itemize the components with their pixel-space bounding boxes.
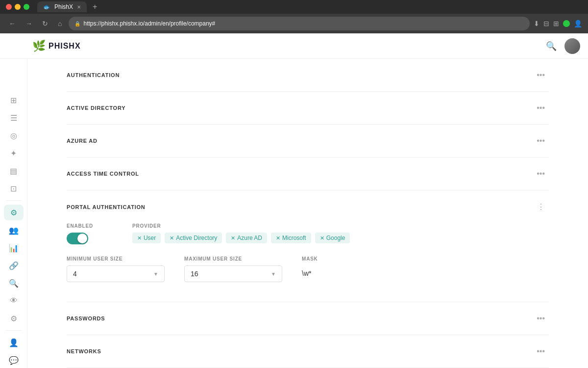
sidebar-item-people-settings[interactable]: ⚙: [4, 205, 24, 220]
form-row: MINIMUM USER SIZE 4 ▼ MAXIMUM USER SIZE …: [67, 256, 549, 282]
provider-tag-azure-ad[interactable]: ✕ Azure AD: [226, 233, 267, 243]
min-user-size-dropdown-arrow: ▼: [153, 271, 158, 277]
sidebar-item-eye[interactable]: 👁: [4, 293, 24, 309]
tab-favicon: 🐟: [43, 3, 50, 10]
min-user-size-field: MINIMUM USER SIZE 4 ▼: [67, 256, 165, 282]
user-avatar[interactable]: [564, 38, 580, 54]
remove-user-icon[interactable]: ✕: [137, 235, 142, 241]
provider-tags: ✕ User ✕ Active Directory ✕ Azure AD: [132, 233, 549, 243]
sidebar-item-dashboard[interactable]: ☰: [4, 110, 24, 126]
browser-titlebar: 🐟 PhishX ✕ +: [0, 0, 588, 14]
main-content: AUTHENTICATION ••• ACTIVE DIRECTORY ••• …: [27, 59, 588, 368]
mask-label: MASK: [302, 256, 318, 262]
forward-button[interactable]: →: [23, 18, 35, 29]
sidebar-item-search[interactable]: 🔍: [4, 275, 24, 291]
min-user-size-label: MINIMUM USER SIZE: [67, 256, 165, 262]
sidebar-item-people[interactable]: 👥: [4, 222, 24, 238]
sidebar-item-star[interactable]: ✦: [4, 145, 24, 161]
enabled-toggle[interactable]: [67, 233, 88, 244]
reload-button[interactable]: ↻: [39, 18, 51, 29]
networks-menu-button[interactable]: •••: [533, 345, 549, 358]
provider-tag-user[interactable]: ✕ User: [132, 233, 161, 243]
sidebar-item-user-add[interactable]: 👤: [4, 335, 24, 350]
provider-label: PROVIDER: [132, 223, 549, 229]
authentication-title: AUTHENTICATION: [67, 72, 120, 78]
networks-title: NETWORKS: [67, 348, 101, 354]
mask-field: MASK \w*: [302, 256, 318, 281]
azure-ad-menu-button[interactable]: •••: [533, 134, 549, 147]
provider-google-label: Google: [326, 235, 345, 241]
provider-azure-ad-label: Azure AD: [237, 235, 262, 241]
max-user-size-select[interactable]: 16 ▼: [184, 265, 282, 282]
provider-tag-microsoft[interactable]: ✕ Microsoft: [271, 233, 311, 243]
max-user-size-value: 16: [191, 270, 198, 278]
portal-authentication-menu-button[interactable]: ⋮: [533, 200, 549, 213]
tab-manager-icon[interactable]: ⊞: [553, 20, 559, 27]
browser-toolbar-icons: ⬇ ⊟ ⊞ 👤: [534, 20, 582, 27]
sidebar-divider-1: [6, 200, 22, 201]
provider-tag-google[interactable]: ✕ Google: [315, 233, 350, 243]
active-directory-title: ACTIVE DIRECTORY: [67, 105, 125, 111]
new-tab-button[interactable]: +: [93, 2, 97, 11]
browser-tab[interactable]: 🐟 PhishX ✕: [37, 1, 87, 12]
remove-azure-ad-icon[interactable]: ✕: [231, 235, 235, 241]
top-navbar: 🌿 PHISHX 🔍: [0, 33, 588, 59]
address-bar[interactable]: 🔒 https://phishx.phishx.io/admin/en/prof…: [69, 17, 530, 30]
security-lock-icon: 🔒: [74, 21, 80, 26]
bookmarks-icon[interactable]: ⊟: [543, 20, 549, 27]
enabled-field: ENABLED: [67, 223, 93, 244]
provider-field: PROVIDER ✕ User ✕ Active Directory: [132, 223, 549, 243]
app-container: 🌿 PHISHX 🔍 ⊞ ☰ ◎ ✦ ▤ ⊡ ⚙ 👥 📊 🔗 🔍 👁 ⚙ 👤 💬…: [0, 33, 588, 368]
search-icon[interactable]: 🔍: [546, 41, 557, 52]
portal-authentication-content: ENABLED PROVIDER ✕ User: [67, 213, 549, 292]
back-button[interactable]: ←: [6, 18, 19, 29]
sidebar-item-home[interactable]: ⊞: [4, 92, 24, 108]
sidebar-item-library[interactable]: ▤: [4, 163, 24, 179]
provider-field-group: PROVIDER ✕ User ✕ Active Directory: [132, 223, 549, 243]
authentication-section[interactable]: AUTHENTICATION •••: [67, 59, 549, 92]
sidebar: ⊞ ☰ ◎ ✦ ▤ ⊡ ⚙ 👥 📊 🔗 🔍 👁 ⚙ 👤 💬: [0, 33, 27, 368]
logo-area: 🌿 PHISHX: [32, 40, 81, 53]
download-icon[interactable]: ⬇: [534, 20, 539, 27]
passwords-menu-button[interactable]: •••: [533, 312, 549, 325]
authentication-menu-button[interactable]: •••: [533, 69, 549, 81]
close-window-button[interactable]: [6, 4, 12, 10]
home-button[interactable]: ⌂: [55, 18, 65, 29]
sidebar-item-globe[interactable]: ◎: [4, 128, 24, 143]
max-user-size-dropdown-arrow: ▼: [271, 271, 276, 277]
min-user-size-select[interactable]: 4 ▼: [67, 265, 165, 282]
sidebar-item-gear[interactable]: ⚙: [4, 311, 24, 326]
browser-window-controls: [6, 4, 29, 10]
portal-authentication-section: PORTAL AUTHENTICATION ⋮ ENABLED: [67, 190, 549, 302]
azure-ad-title: AZURE AD: [67, 138, 98, 144]
networks-section[interactable]: NETWORKS •••: [67, 335, 549, 368]
access-time-control-menu-button[interactable]: •••: [533, 167, 549, 180]
profile-icon[interactable]: 👤: [574, 20, 582, 27]
sidebar-item-chart[interactable]: 📊: [4, 240, 24, 256]
minimize-window-button[interactable]: [15, 4, 21, 10]
enabled-label: ENABLED: [67, 223, 93, 229]
tab-close-button[interactable]: ✕: [77, 4, 81, 10]
provider-user-label: User: [144, 235, 156, 241]
azure-ad-section[interactable]: AZURE AD •••: [67, 125, 549, 158]
sidebar-item-puzzle[interactable]: 🔗: [4, 258, 24, 273]
browser-toolbar: ← → ↻ ⌂ 🔒 https://phishx.phishx.io/admin…: [0, 14, 588, 33]
access-time-control-section[interactable]: ACCESS TIME CONTROL •••: [67, 158, 549, 190]
sidebar-item-chat[interactable]: 💬: [4, 352, 24, 368]
provider-active-directory-label: Active Directory: [176, 235, 217, 241]
remove-microsoft-icon[interactable]: ✕: [276, 235, 280, 241]
remove-google-icon[interactable]: ✕: [320, 235, 324, 241]
provider-tag-active-directory[interactable]: ✕ Active Directory: [165, 233, 222, 243]
sync-status-icon: [563, 20, 570, 27]
active-directory-menu-button[interactable]: •••: [533, 102, 549, 114]
maximize-window-button[interactable]: [24, 4, 29, 10]
logo-leaf-icon: 🌿: [32, 40, 46, 53]
access-time-control-title: ACCESS TIME CONTROL: [67, 171, 139, 177]
min-user-size-value: 4: [73, 270, 77, 278]
remove-active-directory-icon[interactable]: ✕: [170, 235, 174, 241]
active-directory-section[interactable]: ACTIVE DIRECTORY •••: [67, 92, 549, 125]
passwords-section[interactable]: PASSWORDS •••: [67, 302, 549, 335]
toggle-knob: [77, 234, 87, 243]
sidebar-item-shield[interactable]: ⊡: [4, 181, 24, 196]
portal-authentication-header[interactable]: PORTAL AUTHENTICATION ⋮: [67, 190, 549, 213]
